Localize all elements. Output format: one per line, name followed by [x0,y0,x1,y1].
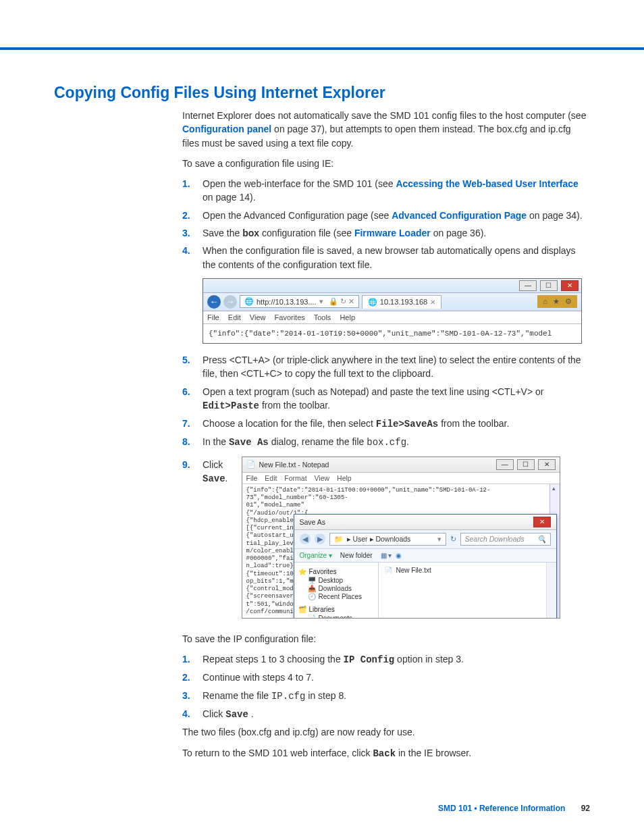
breadcrumb[interactable]: 📁 ▸ User ▸ Downloads ▾ [329,533,446,546]
step-7: Choose a location for the file, then sel… [203,417,509,431]
ie-window: — ☐ ✕ ← → 🌐 http://10.13.193.... ▾ 🔒 ↻ ✕… [203,278,582,344]
menu-edit[interactable]: Edit [265,474,277,482]
ie-tools-area: ⌂ ★ ⚙ [537,295,577,308]
page-number: 92 [581,804,590,813]
scrollbar[interactable] [546,563,556,618]
ie-menu-bar: File Edit View Favorites Tools Help [203,311,581,324]
menu-favorites[interactable]: Favorites [275,313,305,321]
step-number: 6. [182,385,194,413]
gear-icon[interactable]: ⚙ [565,297,572,306]
save-as-dialog: Save As ✕ ◀ ▶ 📁 ▸ User ▸ Downloads ▾ [294,514,557,618]
refresh-icon[interactable]: ↻ [450,535,456,543]
tab-close-icon[interactable]: ✕ [430,298,435,306]
notepad-title: New File.txt - Notepad [259,461,329,469]
menu-tools[interactable]: Tools [314,313,331,321]
notepad-icon: 📄 [246,460,255,469]
ie-titlebar: — ☐ ✕ [203,279,581,293]
step-number: 3. [182,689,194,703]
home-icon[interactable]: ⌂ [543,297,547,306]
step-number: 7. [182,417,194,431]
ie-page-content[interactable]: {"info":{"date":"2014-01-10T19:50+0000",… [203,324,581,343]
link-configuration-panel[interactable]: Configuration panel [182,124,271,134]
maximize-icon[interactable]: ☐ [540,280,558,291]
address-bar[interactable]: 🌐 http://10.13.193.... ▾ 🔒 ↻ ✕ [240,295,359,308]
menu-view[interactable]: View [315,474,330,482]
save-as-title: Save As [300,518,326,526]
step-9: Click Save. [203,458,228,486]
list-item[interactable]: 📄 New File.txt [384,567,541,574]
back-button[interactable]: ◀ [300,533,311,544]
link-firmware-loader[interactable]: Firmware Loader [354,228,431,238]
star-icon: ⭐ [298,568,306,575]
minimize-icon[interactable]: — [519,280,537,291]
menu-help[interactable]: Help [340,313,355,321]
intro-paragraph: Internet Explorer does not automatically… [182,109,590,150]
close-icon[interactable]: ✕ [538,459,556,470]
help-icon[interactable]: ◉ [396,552,402,559]
favorites-icon[interactable]: ★ [553,297,560,306]
step-number: 2. [182,209,194,222]
notepad-window: 📄 New File.txt - Notepad — ☐ ✕ File Edit… [242,457,560,619]
folder-icon: 📁 [334,535,343,544]
step-number: 5. [182,353,194,381]
refresh-icon[interactable]: 🔒 ↻ ✕ [329,297,354,306]
nav-tree[interactable]: ⭐Favorites 🖥️Desktop 📥Downloads 🕘Recent … [294,563,379,618]
desktop-icon: 🖥️ [308,577,316,584]
footer-text: SMD 101 • Reference Information [438,804,565,813]
step-2: Open the Advanced Configuration page (se… [203,209,583,222]
library-icon: 🗂️ [298,606,306,613]
ip-step-3: Rename the file IP.cfg in step 8. [203,689,346,703]
step-1: Open the web-interface for the SMD 101 (… [203,177,590,205]
page-footer: SMD 101 • Reference Information 92 [0,804,644,827]
globe-icon: 🌐 [244,297,254,306]
organize-menu[interactable]: Organize ▾ [300,552,332,559]
closing-1: The two files (box.cfg and ip.cfg) are n… [182,725,590,739]
step-5: Press <CTL+A> (or triple-click anywhere … [203,353,590,381]
search-icon: 🔍 [537,535,546,544]
menu-help[interactable]: Help [337,474,352,482]
back-button[interactable]: ← [207,295,221,309]
view-options-icon[interactable]: ▦ ▾ [381,552,392,559]
ip-step-2: Continue with steps 4 to 7. [203,671,314,684]
menu-edit[interactable]: Edit [228,313,241,321]
step-number: 8. [182,435,194,449]
minimize-icon[interactable]: — [496,459,514,470]
file-list[interactable]: 📄 New File.txt [379,563,546,618]
downloads-icon: 📥 [308,585,316,592]
notepad-menu-bar: File Edit Format View Help [242,473,560,484]
text-file-icon: 📄 [384,567,392,574]
step-number: 4. [182,244,194,271]
notepad-text-area[interactable]: {"info":{"date":"2014-01-11T00:09+0000",… [242,484,560,618]
ip-step-1: Repeat steps 1 to 3 choosing the IP Conf… [203,652,464,667]
close-icon[interactable]: ✕ [561,280,579,291]
step-number: 2. [182,671,194,684]
step-number: 3. [182,226,194,240]
close-icon[interactable]: ✕ [533,517,551,527]
page-icon: 🌐 [368,298,377,307]
menu-file[interactable]: File [246,474,258,482]
step-number: 1. [182,652,194,667]
step-6: Open a text program (such as Notepad) an… [203,385,590,413]
step-number: 4. [182,707,194,721]
link-adv-config-page[interactable]: Advanced Configuration Page [392,210,527,221]
step-4: When the configuration file is saved, a … [203,244,590,271]
forward-button[interactable]: → [223,295,237,309]
intro-text: Internet Explorer does not automatically… [182,110,586,121]
section-heading: Copying Config Files Using Internet Expl… [54,84,590,102]
menu-format[interactable]: Format [284,474,306,482]
browser-tab[interactable]: 🌐 10.13.193.168 ✕ [362,295,441,309]
documents-icon: 📄 [308,615,316,618]
maximize-icon[interactable]: ☐ [517,459,535,470]
search-input[interactable]: Search Downloads 🔍 [460,533,551,546]
forward-button[interactable]: ▶ [315,533,325,544]
new-folder-button[interactable]: New folder [340,552,373,559]
ip-step-4: Click Save . [203,707,254,721]
step-8: In the Save As dialog, rename the file b… [203,435,409,449]
intro-lead: To save a configuration file using IE: [182,157,590,170]
menu-view[interactable]: View [250,313,266,321]
link-accessing-web-ui[interactable]: Accessing the Web-based User Interface [396,178,579,189]
recent-icon: 🕘 [308,593,316,600]
menu-file[interactable]: File [207,313,219,321]
step-3: Save the box configuration file (see Fir… [203,226,486,240]
ip-lead: To save the IP configuration file: [182,632,590,646]
